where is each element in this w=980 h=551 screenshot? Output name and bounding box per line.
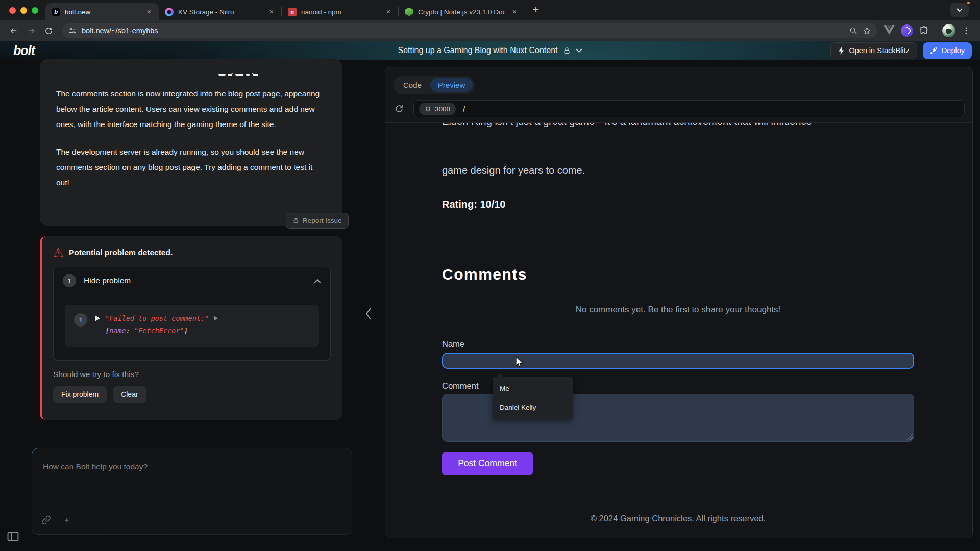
vue-devtools-icon[interactable] [884, 25, 895, 37]
chat-input[interactable]: How can Bolt help you today? [32, 448, 352, 534]
hide-problem-label: Hide problem [84, 276, 306, 285]
article-paragraph: game design for years to come. [442, 162, 914, 179]
nitro-favicon [165, 8, 174, 16]
preview-address-bar[interactable]: 3000 / [413, 100, 965, 117]
textarea-resize-handle[interactable] [906, 434, 913, 440]
project-title[interactable]: Setting up a Gaming Blog with Nuxt Conte… [398, 46, 557, 55]
clear-button[interactable]: Clear [113, 386, 146, 403]
site-settings-icon[interactable] [68, 27, 77, 35]
code-preview-toggle: Code Preview [394, 76, 475, 94]
tab-nanoid[interactable]: n nanoid - npm × [282, 3, 398, 20]
tab-code[interactable]: Code [396, 78, 429, 92]
minimize-window-button[interactable] [20, 7, 27, 14]
preview-path: / [463, 105, 465, 113]
reload-icon [44, 27, 53, 35]
plug-icon [425, 106, 431, 112]
post-comment-button[interactable]: Post Comment [442, 452, 533, 475]
problem-alert-card: Potential problem detected. 1 Hide probl… [40, 236, 342, 420]
browser-menu-icon[interactable] [962, 26, 971, 35]
autofill-dropdown: Me Daniel Kelly [493, 377, 573, 419]
tab-title: bolt.new [65, 8, 140, 16]
tab-preview[interactable]: Preview [430, 78, 473, 92]
nodejs-favicon [405, 8, 413, 16]
problem-detail-body: 1 "Failed to post comment:" [54, 294, 330, 360]
extensions-puzzle-icon[interactable] [919, 26, 929, 36]
sidebar-toggle-icon[interactable] [7, 532, 19, 543]
address-bar[interactable]: bolt.new/~/sb1-emyhbs [62, 23, 877, 38]
tab-close-icon[interactable]: × [144, 7, 154, 16]
bug-icon [292, 217, 299, 224]
autofill-option-me[interactable]: Me [493, 380, 573, 397]
open-in-stackblitz-button[interactable]: Open in StackBlitz [830, 42, 917, 59]
reload-button[interactable] [41, 23, 56, 38]
back-icon [9, 26, 18, 35]
port-badge[interactable]: 3000 [419, 103, 456, 115]
attach-link-icon[interactable] [41, 515, 51, 525]
fix-actions: Fix problem Clear [53, 386, 331, 403]
preview-reload-icon[interactable] [395, 104, 404, 113]
fix-problem-button[interactable]: Fix problem [53, 386, 107, 403]
log-line-badge: 1 [74, 313, 87, 327]
preview-toolbar: Code Preview 3000 / [385, 67, 972, 123]
footer-divider [385, 499, 972, 499]
article-rating: Rating: 10/10 [442, 198, 914, 210]
name-label: Name [442, 339, 914, 349]
deploy-button[interactable]: Deploy [923, 42, 972, 59]
zoom-icon[interactable] [849, 27, 857, 35]
expand-triangle-icon[interactable] [214, 316, 218, 321]
tab-close-icon[interactable]: × [267, 7, 276, 16]
report-issue-button[interactable]: Report Issue [286, 213, 349, 229]
tab-close-icon[interactable]: × [510, 7, 519, 16]
mouse-cursor [516, 356, 524, 370]
tab-title: Crypto | Node.js v23.1.0 Docu [418, 8, 505, 16]
forward-button[interactable] [23, 23, 39, 38]
error-object: {name: "FetchError"} [105, 324, 188, 337]
chat-input-placeholder: How can Bolt help you today? [43, 462, 148, 471]
back-button[interactable] [6, 23, 21, 38]
tab-title: nanoid - npm [301, 8, 379, 16]
bolt-favicon: b [52, 8, 60, 16]
close-window-button[interactable] [9, 7, 16, 14]
tab-search-button[interactable] [950, 3, 969, 17]
browser-tabstrip: b bolt.new × KV Storage - Nitro × n nano… [0, 0, 980, 20]
port-number: 3000 [435, 105, 450, 113]
forward-icon [27, 26, 36, 35]
message-paragraph: The development server is already runnin… [56, 144, 322, 190]
lock-icon [563, 47, 571, 55]
header-actions: Open in StackBlitz Deploy [830, 42, 972, 59]
extension-badge-icon[interactable] [901, 24, 913, 37]
problem-detail-panel: 1 Hide problem 1 "Failed to post comment… [53, 267, 331, 361]
fix-question: Should we try to fix this? [53, 370, 331, 379]
article-paragraph-clipped: Elden Ring isn’t just a great game—it’s … [442, 123, 914, 130]
collapse-panel-chevron[interactable] [364, 306, 373, 323]
window-controls [0, 0, 45, 20]
update-badge [966, 1, 971, 5]
url-text[interactable]: bolt.new/~/sb1-emyhbs [82, 27, 844, 35]
chat-input-container: How can Bolt help you today? [32, 448, 352, 535]
problem-title: Potential problem detected. [69, 248, 173, 257]
tab-crypto-node[interactable]: Crypto | Node.js v23.1.0 Docu × [399, 3, 524, 20]
chat-input-actions [41, 515, 71, 525]
profile-avatar[interactable] [942, 24, 955, 37]
tab-title: KV Storage - Nitro [178, 8, 262, 16]
sparkles-icon[interactable] [62, 516, 71, 525]
problem-toggle-row[interactable]: 1 Hide problem [54, 267, 330, 294]
lightning-icon [838, 47, 845, 55]
autofill-option-daniel-kelly[interactable]: Daniel Kelly [493, 399, 573, 416]
bookmark-star-icon[interactable] [863, 27, 871, 35]
tab-kv-storage[interactable]: KV Storage - Nitro × [159, 3, 281, 20]
name-input[interactable] [442, 353, 914, 369]
fullscreen-window-button[interactable] [32, 7, 38, 14]
chevron-down-icon[interactable] [576, 48, 582, 53]
new-tab-button[interactable]: + [529, 3, 543, 16]
tab-bolt-new[interactable]: b bolt.new × [45, 3, 159, 20]
preview-panel: Code Preview 3000 / Elden Ring isn’t jus… [385, 67, 973, 538]
rocket-icon [930, 47, 938, 55]
tab-close-icon[interactable]: × [384, 7, 393, 16]
chevron-down-icon [957, 8, 963, 12]
expand-triangle-icon[interactable] [95, 315, 100, 321]
extensions-area [884, 24, 974, 37]
deploy-label: Deploy [942, 46, 965, 55]
chevron-up-icon[interactable] [314, 279, 321, 283]
message-paragraph: The comments section is now integrated i… [56, 86, 322, 132]
